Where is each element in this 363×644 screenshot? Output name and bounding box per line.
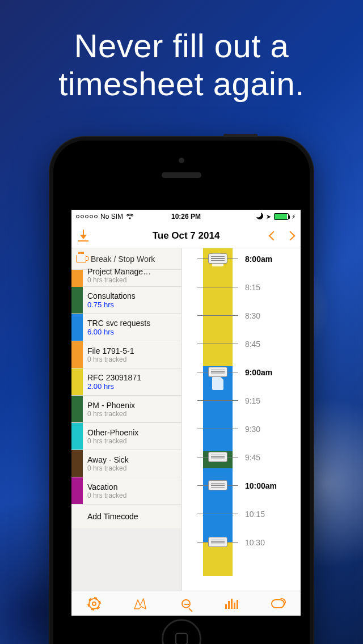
timeline-block[interactable] bbox=[203, 468, 233, 542]
note-marker[interactable] bbox=[208, 480, 227, 490]
color-swatch bbox=[71, 423, 83, 450]
time-label: 8:15 bbox=[245, 283, 260, 292]
phone-frame: No SIM 10:26 PM ➤ ⚡︎ bbox=[49, 136, 314, 644]
break-label: Break / Stop Work bbox=[91, 255, 155, 264]
timecode-hours: 0 hrs tracked bbox=[87, 464, 178, 472]
coffee-icon bbox=[76, 255, 86, 263]
chart-icon bbox=[225, 599, 238, 609]
timeline-tick: 8:30 bbox=[197, 315, 295, 316]
tab-zoom-out[interactable] bbox=[179, 596, 193, 611]
timecode-name: RFC 23091871 bbox=[87, 373, 178, 382]
timecode-hours: 6.00 hrs bbox=[87, 328, 178, 336]
timecode-name: TRC svc requests bbox=[87, 319, 178, 328]
battery-icon bbox=[274, 213, 289, 220]
app-screen: No SIM 10:26 PM ➤ ⚡︎ bbox=[71, 210, 301, 616]
main-content: Break / Stop Work Project Manage…0 hrs t… bbox=[71, 248, 301, 591]
color-swatch bbox=[71, 368, 83, 395]
color-swatch bbox=[71, 477, 83, 504]
timeline-tick: 8:15 bbox=[197, 287, 295, 287]
timecode-name: Project Manage… bbox=[87, 267, 178, 276]
timecode-hours: 0 hrs tracked bbox=[87, 492, 178, 499]
color-swatch bbox=[71, 341, 83, 368]
promo-headline: Never fill out a timesheet again. bbox=[0, 27, 363, 103]
timecode-hours: 2.00 hrs bbox=[87, 382, 178, 391]
time-label: 8:30 bbox=[245, 311, 260, 320]
add-timecode-label: Add Timecode bbox=[87, 512, 138, 521]
note-marker[interactable] bbox=[208, 452, 227, 462]
timecode-row[interactable]: Away - Sick0 hrs tracked bbox=[71, 450, 181, 477]
time-label: 9:45 bbox=[245, 453, 260, 462]
color-swatch bbox=[71, 287, 83, 313]
timecode-row[interactable]: File 1791-5-10 hrs tracked bbox=[71, 341, 181, 368]
statusbar-time: 10:26 PM bbox=[71, 213, 301, 221]
timecode-row[interactable]: Consultations0.75 hrs bbox=[71, 287, 181, 314]
timeline-tick: 10:15 bbox=[197, 514, 295, 514]
timecode-name: Away - Sick bbox=[87, 455, 178, 464]
time-label: 8:45 bbox=[245, 340, 260, 349]
timeline-block[interactable] bbox=[203, 366, 233, 451]
timeline-block[interactable] bbox=[203, 542, 233, 576]
nav-date-title[interactable]: Tue Oct 7 2014 bbox=[71, 230, 301, 242]
color-swatch bbox=[71, 450, 83, 477]
time-label: 9:15 bbox=[245, 396, 260, 405]
nav-bar: Tue Oct 7 2014 bbox=[71, 223, 301, 248]
cloud-sync-icon bbox=[271, 599, 285, 608]
timecode-name: File 1791-5-1 bbox=[87, 346, 178, 355]
timecode-row[interactable]: TRC svc requests6.00 hrs bbox=[71, 314, 181, 341]
note-marker[interactable] bbox=[208, 537, 227, 547]
time-label: 9:00am bbox=[245, 368, 272, 377]
time-label: 9:30 bbox=[245, 425, 260, 434]
tab-sync[interactable] bbox=[271, 596, 285, 611]
timeline-block[interactable] bbox=[203, 248, 233, 366]
timecode-name: PM - Phoenix bbox=[87, 401, 178, 410]
tab-settings[interactable] bbox=[87, 596, 102, 611]
timecode-hours: 0 hrs tracked bbox=[87, 410, 178, 418]
timecode-row[interactable]: Vacation0 hrs tracked bbox=[71, 477, 181, 505]
tab-bar bbox=[71, 591, 301, 616]
color-swatch bbox=[71, 314, 83, 341]
time-label: 10:00am bbox=[245, 481, 277, 490]
add-timecode-button[interactable]: Add Timecode bbox=[71, 505, 181, 528]
timecode-row[interactable]: RFC 230918712.00 hrs bbox=[71, 368, 181, 396]
home-button[interactable] bbox=[162, 619, 201, 644]
tab-origami[interactable] bbox=[133, 596, 147, 611]
time-label: 8:00am bbox=[245, 255, 272, 264]
color-swatch bbox=[71, 396, 83, 422]
timeline-tick: 9:30 bbox=[197, 429, 295, 429]
timecode-name: Vacation bbox=[87, 482, 178, 492]
timecode-hours: 0 hrs tracked bbox=[87, 355, 178, 363]
timecode-hours: 0 hrs tracked bbox=[87, 437, 178, 445]
color-swatch bbox=[71, 270, 83, 287]
timeline-tick: 9:15 bbox=[197, 400, 295, 401]
timecode-name: Consultations bbox=[87, 291, 178, 300]
status-bar: No SIM 10:26 PM ➤ ⚡︎ bbox=[71, 210, 301, 223]
document-icon bbox=[212, 376, 223, 390]
zoom-out-icon bbox=[182, 599, 191, 608]
timecode-row[interactable]: PM - Phoenix0 hrs tracked bbox=[71, 396, 181, 423]
timeline[interactable]: 8:00am8:158:308:459:00am9:159:309:4510:0… bbox=[182, 248, 301, 591]
note-marker[interactable] bbox=[208, 253, 227, 264]
timecode-row[interactable]: Other-Phoenix0 hrs tracked bbox=[71, 423, 181, 450]
origami-icon bbox=[133, 598, 147, 610]
timecode-row[interactable]: Project Manage…0 hrs tracked bbox=[71, 270, 181, 287]
timecode-hours: 0.75 hrs bbox=[87, 300, 178, 309]
time-label: 10:15 bbox=[245, 510, 265, 519]
note-marker[interactable] bbox=[208, 367, 227, 377]
tab-chart[interactable] bbox=[225, 596, 239, 611]
timecode-list[interactable]: Break / Stop Work Project Manage…0 hrs t… bbox=[71, 248, 182, 591]
timecode-name: Other-Phoenix bbox=[87, 428, 178, 437]
timeline-tick: 8:45 bbox=[197, 344, 295, 344]
timecode-hours: 0 hrs tracked bbox=[87, 276, 178, 284]
gear-icon bbox=[88, 598, 100, 609]
time-label: 10:30 bbox=[245, 538, 265, 547]
